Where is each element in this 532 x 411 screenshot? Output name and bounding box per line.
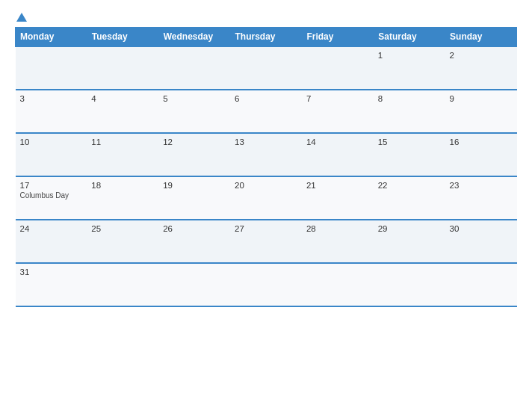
day-number: 1 (378, 51, 441, 60)
calendar-week-row: 17Columbus Day181920212223 (16, 176, 517, 220)
calendar-cell: 19 (158, 176, 230, 220)
calendar-cell: 4 (87, 90, 158, 133)
calendar-cell (230, 263, 302, 306)
calendar-cell: 21 (302, 176, 374, 220)
calendar-cell: 16 (445, 133, 517, 176)
calendar-cell: 9 (445, 90, 517, 133)
day-event: Columbus Day (20, 191, 83, 200)
calendar-cell (302, 46, 374, 90)
day-number: 6 (235, 94, 297, 103)
day-number: 7 (306, 94, 369, 103)
day-number: 8 (378, 94, 441, 103)
calendar-cell: 20 (230, 176, 302, 220)
calendar-cell: 5 (158, 90, 230, 133)
calendar-cell (158, 46, 230, 90)
calendar-cell: 18 (87, 176, 158, 220)
calendar-cell: 7 (302, 90, 374, 133)
calendar-cell: 26 (158, 220, 230, 263)
calendar-cell: 8 (374, 90, 445, 133)
day-number: 2 (450, 51, 513, 60)
day-number: 31 (20, 268, 83, 276)
day-number: 24 (20, 224, 83, 233)
calendar-week-row: 12 (16, 46, 517, 90)
calendar-cell: 22 (374, 176, 445, 220)
day-number: 18 (91, 181, 154, 190)
day-number: 30 (450, 224, 513, 233)
day-number: 29 (378, 224, 441, 233)
logo-triangle-icon (16, 13, 27, 22)
header-thursday: Thursday (230, 28, 302, 47)
page-header (15, 13, 517, 22)
calendar-cell: 23 (445, 176, 517, 220)
day-number: 21 (306, 181, 369, 190)
calendar-cell (302, 263, 374, 306)
day-number: 19 (163, 181, 226, 190)
calendar-cell: 27 (230, 220, 302, 263)
calendar-week-row: 31 (16, 263, 517, 306)
calendar-cell: 15 (374, 133, 445, 176)
day-number: 15 (378, 137, 441, 146)
calendar-cell: 28 (302, 220, 374, 263)
header-monday: Monday (16, 28, 87, 47)
header-sunday: Sunday (445, 28, 517, 47)
calendar-week-row: 10111213141516 (16, 133, 517, 176)
header-saturday: Saturday (374, 28, 445, 47)
day-number: 22 (378, 181, 441, 190)
day-number: 27 (235, 224, 297, 233)
day-number: 26 (163, 224, 226, 233)
calendar-cell: 6 (230, 90, 302, 133)
day-number: 25 (91, 224, 154, 233)
calendar-cell (230, 46, 302, 90)
calendar-cell (16, 46, 87, 90)
calendar-table: Monday Tuesday Wednesday Thursday Friday… (15, 27, 517, 307)
calendar-cell: 2 (445, 46, 517, 90)
calendar-cell: 24 (16, 220, 87, 263)
day-number: 5 (163, 94, 226, 103)
calendar-week-row: 24252627282930 (16, 220, 517, 263)
day-number: 3 (20, 94, 83, 103)
calendar-cell (87, 46, 158, 90)
calendar-cell: 17Columbus Day (16, 176, 87, 220)
weekday-header-row: Monday Tuesday Wednesday Thursday Friday… (16, 28, 517, 47)
day-number: 12 (163, 137, 226, 146)
calendar-cell: 13 (230, 133, 302, 176)
calendar-cell (87, 263, 158, 306)
calendar-cell: 10 (16, 133, 87, 176)
calendar-page: Monday Tuesday Wednesday Thursday Friday… (0, 0, 532, 411)
day-number: 28 (306, 224, 369, 233)
header-tuesday: Tuesday (87, 28, 158, 47)
day-number: 4 (91, 94, 154, 103)
day-number: 9 (450, 94, 513, 103)
calendar-cell: 30 (445, 220, 517, 263)
header-wednesday: Wednesday (158, 28, 230, 47)
calendar-cell (445, 263, 517, 306)
day-number: 16 (450, 137, 513, 146)
day-number: 11 (91, 137, 154, 146)
day-number: 20 (235, 181, 297, 190)
day-number: 13 (235, 137, 297, 146)
logo (15, 13, 27, 22)
calendar-week-row: 3456789 (16, 90, 517, 133)
day-number: 17 (20, 181, 83, 190)
calendar-cell: 12 (158, 133, 230, 176)
calendar-cell: 1 (374, 46, 445, 90)
calendar-cell (158, 263, 230, 306)
calendar-cell: 14 (302, 133, 374, 176)
country-label (457, 13, 517, 18)
day-number: 14 (306, 137, 369, 146)
calendar-cell: 11 (87, 133, 158, 176)
calendar-cell: 29 (374, 220, 445, 263)
day-number: 10 (20, 137, 83, 146)
calendar-cell: 31 (16, 263, 87, 306)
calendar-cell: 3 (16, 90, 87, 133)
header-friday: Friday (302, 28, 374, 47)
day-number: 23 (450, 181, 513, 190)
calendar-cell: 25 (87, 220, 158, 263)
calendar-cell (374, 263, 445, 306)
